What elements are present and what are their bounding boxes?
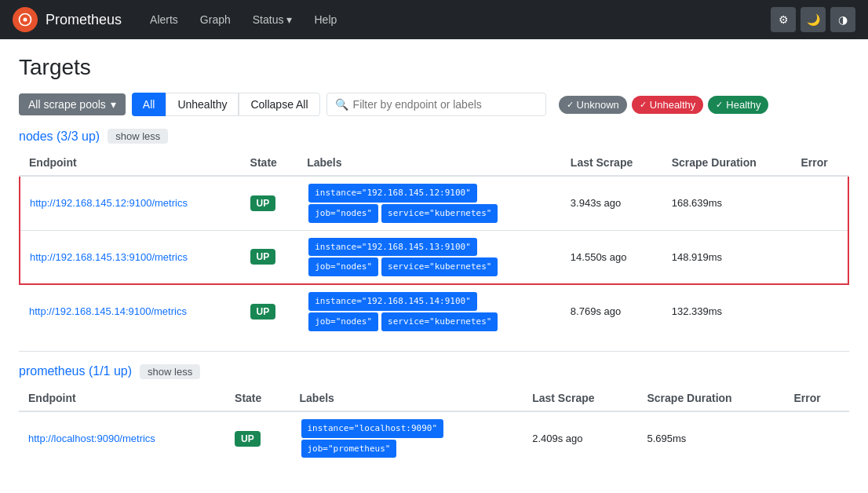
unknown-check-icon: ✓	[567, 100, 574, 110]
label-badge: instance="192.168.145.12:9100"	[308, 184, 477, 203]
table-row: http://192.168.145.13:9100/metricsUPinst…	[20, 230, 848, 284]
nodes-table-wrapper: Endpoint State Labels Last Scrape Scrape…	[19, 150, 849, 338]
unhealthy-filter-badge[interactable]: ✓ Unhealthy	[632, 96, 704, 114]
prometheus-section-title: prometheus (1/1 up)	[19, 364, 132, 378]
prometheus-table: Endpoint State Labels Last Scrape Scrape…	[19, 385, 849, 466]
nav-status-dropdown[interactable]: Status ▾	[243, 7, 302, 32]
scrape-duration-cell: 132.339ms	[662, 284, 792, 338]
nodes-table: Endpoint State Labels Last Scrape Scrape…	[19, 150, 849, 338]
nodes-show-less-button[interactable]: show less	[108, 129, 168, 144]
label-badge: service="kubernetes"	[381, 312, 498, 331]
brand-logo-link[interactable]: Prometheus	[13, 7, 122, 32]
filter-button-group: All Unhealthy Collapse All	[132, 93, 320, 116]
labels-cell: instance="192.168.145.14:9100"job="nodes…	[297, 284, 561, 338]
last-scrape-cell: 8.769s ago	[561, 284, 662, 338]
last-scrape-cell: 2.409s ago	[523, 411, 637, 466]
nav-alerts[interactable]: Alerts	[140, 7, 188, 32]
prometheus-logo	[13, 7, 38, 32]
col-error: Error	[791, 150, 848, 176]
prometheus-table-body: http://localhost:9090/metricsUPinstance=…	[19, 411, 849, 466]
page-title: Targets	[19, 55, 849, 80]
toolbar: All scrape pools ▾ All Unhealthy Collaps…	[19, 93, 849, 116]
filter-badges: ✓ Unknown ✓ Unhealthy ✓ Healthy	[559, 96, 769, 114]
label-badge: instance="192.168.145.14:9100"	[308, 292, 477, 311]
nav-links: Alerts Graph Status ▾ Help	[140, 7, 346, 32]
filter-unhealthy-button[interactable]: Unhealthy	[166, 93, 239, 116]
nodes-section-title: nodes (3/3 up)	[19, 130, 100, 144]
nodes-section-header: nodes (3/3 up) show less	[19, 129, 849, 144]
main-content: Targets All scrape pools ▾ All Unhealthy…	[0, 39, 868, 487]
scrape-duration-cell: 148.919ms	[662, 230, 792, 284]
state-badge: UP	[250, 304, 276, 320]
contrast-button[interactable]: ◑	[830, 7, 855, 32]
endpoint-link[interactable]: http://192.168.145.13:9100/metrics	[30, 251, 188, 263]
prometheus-table-head: Endpoint State Labels Last Scrape Scrape…	[19, 385, 849, 411]
col-labels-p: Labels	[290, 385, 523, 411]
label-badge: job="nodes"	[308, 312, 378, 331]
endpoint-link[interactable]: http://192.168.145.12:9100/metrics	[30, 197, 188, 209]
nodes-table-body: http://192.168.145.12:9100/metricsUPinst…	[20, 176, 848, 338]
search-box: 🔍	[326, 93, 546, 116]
labels-cell: instance="192.168.145.13:9100"job="nodes…	[297, 230, 561, 284]
col-last-scrape-p: Last Scrape	[523, 385, 637, 411]
state-cell: UP	[241, 176, 298, 230]
label-badge: instance="192.168.145.13:9100"	[308, 238, 477, 257]
section-divider	[19, 351, 849, 352]
last-scrape-cell: 3.943s ago	[561, 176, 662, 230]
col-last-scrape: Last Scrape	[561, 150, 662, 176]
col-endpoint-p: Endpoint	[19, 385, 225, 411]
moon-icon: 🌙	[807, 13, 820, 26]
prometheus-table-wrapper: Endpoint State Labels Last Scrape Scrape…	[19, 385, 849, 466]
table-row: http://192.168.145.12:9100/metricsUPinst…	[20, 176, 848, 230]
navbar: Prometheus Alerts Graph Status ▾ Help ⚙ …	[0, 0, 868, 39]
brand-name: Prometheus	[46, 12, 122, 28]
state-badge: UP	[250, 195, 276, 211]
scrape-pools-dropdown[interactable]: All scrape pools ▾	[19, 93, 126, 115]
endpoint-cell: http://192.168.145.14:9100/metrics	[20, 284, 241, 338]
healthy-check-icon: ✓	[716, 100, 723, 110]
col-scrape-duration: Scrape Duration	[662, 150, 792, 176]
label-badge: job="nodes"	[308, 204, 378, 223]
contrast-icon: ◑	[838, 13, 848, 26]
endpoint-link[interactable]: http://192.168.145.14:9100/metrics	[29, 305, 187, 317]
filter-all-button[interactable]: All	[132, 93, 166, 116]
collapse-all-button[interactable]: Collapse All	[239, 93, 319, 116]
nav-graph[interactable]: Graph	[191, 7, 240, 32]
prometheus-show-less-button[interactable]: show less	[140, 364, 200, 379]
unhealthy-check-icon: ✓	[640, 100, 647, 110]
col-state-p: State	[225, 385, 290, 411]
endpoint-cell: http://192.168.145.12:9100/metrics	[20, 176, 241, 230]
endpoint-cell: http://localhost:9090/metrics	[19, 411, 225, 466]
endpoint-cell: http://192.168.145.13:9100/metrics	[20, 230, 241, 284]
col-error-p: Error	[785, 385, 849, 411]
endpoint-link[interactable]: http://localhost:9090/metrics	[28, 433, 155, 444]
search-input[interactable]	[353, 98, 526, 111]
labels-cell: instance="localhost:9090"job="prometheus…	[290, 411, 523, 466]
healthy-filter-badge[interactable]: ✓ Healthy	[708, 96, 768, 114]
prometheus-section-header: prometheus (1/1 up) show less	[19, 364, 849, 379]
theme-moon-button[interactable]: 🌙	[801, 7, 826, 32]
svg-point-1	[24, 18, 27, 22]
nav-help[interactable]: Help	[305, 7, 346, 32]
caret-down-icon: ▾	[111, 98, 116, 111]
labels-cell: instance="192.168.145.12:9100"job="nodes…	[297, 176, 561, 230]
state-cell: UP	[225, 411, 290, 466]
label-badge: job="prometheus"	[301, 440, 397, 458]
unknown-filter-badge[interactable]: ✓ Unknown	[559, 96, 627, 114]
error-cell	[791, 176, 848, 230]
table-row: http://192.168.145.14:9100/metricsUPinst…	[20, 284, 848, 338]
chevron-down-icon: ▾	[286, 13, 292, 26]
navbar-right: ⚙ 🌙 ◑	[771, 7, 855, 32]
settings-button[interactable]: ⚙	[771, 7, 796, 32]
error-cell	[791, 230, 848, 284]
last-scrape-cell: 14.550s ago	[561, 230, 662, 284]
state-badge: UP	[235, 431, 261, 447]
error-cell	[785, 411, 849, 466]
search-icon: 🔍	[335, 98, 348, 111]
col-endpoint: Endpoint	[20, 150, 241, 176]
label-badge: instance="localhost:9090"	[301, 419, 444, 438]
state-badge: UP	[250, 249, 276, 265]
col-scrape-duration-p: Scrape Duration	[637, 385, 784, 411]
logo-icon	[17, 12, 33, 27]
table-row: http://localhost:9090/metricsUPinstance=…	[19, 411, 849, 466]
